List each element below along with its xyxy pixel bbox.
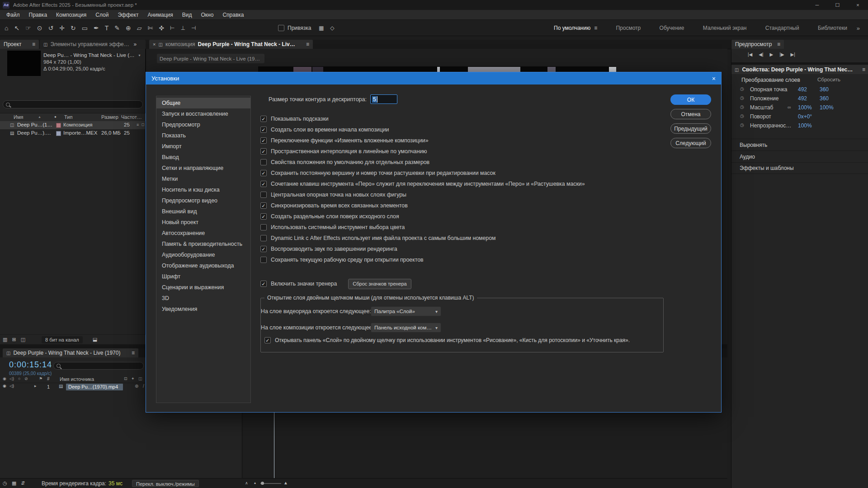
label-column-icon[interactable]: ⚑ bbox=[39, 376, 42, 381]
property-value-x[interactable]: 492 bbox=[798, 86, 807, 93]
sidebar-item-scripting-expressions[interactable]: Сценарии и выражения bbox=[156, 282, 250, 293]
pref-option-row[interactable]: ✓ Создать слои во времени начала компози… bbox=[260, 124, 585, 135]
snap-checkbox[interactable] bbox=[278, 25, 284, 31]
solo-column-icon[interactable]: ○ bbox=[18, 376, 20, 381]
paint-double-click-row[interactable]: ✓ Открывать панель «Слой» по двойному ще… bbox=[264, 337, 630, 343]
maximize-icon[interactable]: ☐ bbox=[827, 0, 848, 10]
stopwatch-icon[interactable]: ◷ bbox=[740, 113, 744, 118]
pref-option-row[interactable]: ✓ Переключение функции «Изменять вложенн… bbox=[260, 135, 585, 146]
close-icon[interactable]: × bbox=[848, 0, 868, 10]
workspace-small-screen[interactable]: Маленький экран bbox=[703, 25, 747, 31]
minimize-icon[interactable]: ─ bbox=[807, 0, 827, 10]
checkbox-icon[interactable] bbox=[260, 224, 267, 230]
property-value-y[interactable]: 360 bbox=[820, 86, 829, 93]
menu-help[interactable]: Справка bbox=[218, 12, 248, 18]
checkbox-icon[interactable]: ✓ bbox=[260, 246, 267, 252]
pen-tool-icon[interactable]: ✒ bbox=[94, 24, 99, 32]
layer-mode-icon[interactable]: / bbox=[143, 384, 144, 389]
rotation-tool-icon[interactable]: ↻ bbox=[71, 24, 76, 32]
sidebar-item-labels[interactable]: Метки bbox=[156, 174, 250, 184]
footage-layer-dropdown[interactable]: Палитра «Слой» ▾ bbox=[371, 306, 441, 316]
pref-option-row[interactable]: ✓ Пространственная интерполяция в линейн… bbox=[260, 146, 585, 157]
checkbox-icon[interactable]: ✓ bbox=[260, 213, 267, 220]
cache-icon[interactable]: ⇵ bbox=[21, 480, 25, 486]
checkbox-icon[interactable]: ✓ bbox=[260, 137, 267, 144]
sidebar-item-video-preview[interactable]: Предпросмотр видео bbox=[156, 195, 250, 206]
next-button[interactable]: Следующий bbox=[670, 138, 711, 148]
menu-edit[interactable]: Правка bbox=[24, 12, 52, 18]
pref-option-row[interactable]: ✓ Сочетание клавиш инструмента «Перо» сл… bbox=[260, 178, 585, 189]
row-box-icon[interactable]: ◻ bbox=[142, 122, 145, 127]
checkbox-icon[interactable]: ✓ bbox=[260, 127, 267, 133]
sidebar-item-previews[interactable]: Предпросмотр bbox=[156, 119, 250, 130]
section-audio[interactable]: Аудио bbox=[731, 150, 868, 162]
stopwatch-icon[interactable]: ◷ bbox=[740, 95, 744, 100]
layer-switch-icon[interactable]: ⊕ bbox=[135, 384, 138, 389]
menu-file[interactable]: Файл bbox=[2, 12, 24, 18]
pan-behind-tool-icon[interactable]: ✛ bbox=[59, 24, 65, 32]
workspace-overflow-icon[interactable]: » bbox=[857, 20, 860, 36]
new-folder-icon[interactable]: ⊞ bbox=[12, 337, 16, 343]
link-icon[interactable]: ∞ bbox=[788, 104, 791, 110]
checkbox-icon[interactable]: ✓ bbox=[260, 116, 267, 122]
clone-stamp-tool-icon[interactable]: ⊕ bbox=[126, 24, 131, 32]
tab-preview[interactable]: Предпросмотр ≡ bbox=[731, 40, 784, 49]
audio-icon[interactable]: ◁) bbox=[9, 384, 14, 388]
flags-column-icon[interactable]: ✦ bbox=[131, 376, 135, 381]
stopwatch-icon[interactable]: ◷ bbox=[740, 122, 744, 127]
menu-effect[interactable]: Эффект bbox=[113, 12, 143, 18]
property-value-y[interactable]: 360 bbox=[820, 95, 829, 102]
checkbox-icon[interactable] bbox=[260, 159, 267, 165]
eraser-tool-icon[interactable]: ▱ bbox=[137, 24, 142, 32]
path-point-size-input[interactable]: 5 bbox=[370, 94, 397, 104]
label-color-column-icon[interactable]: ● bbox=[54, 115, 57, 119]
panel-menu-icon[interactable]: ≡ bbox=[862, 66, 865, 73]
tab-close-icon[interactable]: × bbox=[153, 42, 156, 47]
pref-option-row[interactable]: ✓ Показывать подсказки bbox=[260, 113, 585, 124]
checkbox-icon[interactable]: ✓ bbox=[264, 337, 271, 343]
reset-button[interactable]: Сбросить bbox=[817, 77, 840, 82]
ok-button[interactable]: ОК bbox=[670, 94, 711, 105]
stopwatch-icon[interactable]: ◷ bbox=[740, 104, 744, 109]
workspace-default[interactable]: По умолчанию bbox=[554, 25, 590, 31]
label-swatch[interactable] bbox=[56, 131, 61, 136]
panel-menu-icon[interactable]: ≡ bbox=[32, 41, 35, 47]
sidebar-item-appearance[interactable]: Внешний вид bbox=[156, 206, 250, 217]
pref-option-row[interactable]: ✓ Синхронизировать время всех связанных … bbox=[260, 200, 585, 211]
source-name-column[interactable]: Имя источника bbox=[60, 376, 94, 382]
workspace-review[interactable]: Просмотр bbox=[616, 25, 641, 31]
align-left-icon[interactable]: ⊢ bbox=[170, 25, 175, 31]
lock-column-icon[interactable]: ⊘ bbox=[24, 376, 28, 381]
property-row-scale[interactable]: ◷ Масштаб ∞ 100% 100% bbox=[731, 103, 868, 112]
puppet-pin-tool-icon[interactable]: ✜ bbox=[159, 24, 164, 32]
sidebar-item-startup-repair[interactable]: Запуск и восстановление bbox=[156, 108, 250, 119]
sidebar-item-audio-output-mapping[interactable]: Отображение аудиовыхода bbox=[156, 260, 250, 271]
sidebar-item-import[interactable]: Импорт bbox=[156, 141, 250, 152]
home-icon[interactable]: ⌂ bbox=[5, 24, 8, 32]
shape-tool-icon[interactable]: ▭ bbox=[82, 24, 88, 32]
layer-name[interactable]: Deep Pu…(1970).mp4 bbox=[66, 384, 123, 390]
column-size[interactable]: Размер bbox=[101, 114, 118, 120]
pref-option-row[interactable]: Центральная опорная точка на новых слоях… bbox=[260, 189, 585, 200]
label-swatch[interactable] bbox=[56, 123, 61, 128]
property-value[interactable]: 0x+0° bbox=[798, 113, 812, 120]
checkbox-icon[interactable] bbox=[260, 192, 267, 198]
guide-snap-icon[interactable]: ◇ bbox=[330, 25, 334, 31]
roto-brush-tool-icon[interactable]: ✄ bbox=[147, 24, 153, 32]
composition-breadcrumb[interactable]: Deep Purple - Wring That Neck - Live (19… bbox=[157, 54, 264, 63]
checkbox-icon[interactable]: ✓ bbox=[260, 202, 267, 209]
tab-overflow-icon[interactable]: » bbox=[133, 41, 137, 47]
property-row-rotation[interactable]: ◷ Поворот 0x+0° bbox=[731, 112, 868, 121]
checkbox-icon[interactable]: ✓ bbox=[260, 181, 267, 187]
menu-animation[interactable]: Анимация bbox=[143, 12, 177, 18]
project-row-footage[interactable]: ▤ Deep Pu…).mp4 Importe…MEX 26,0 МБ 25 bbox=[0, 129, 145, 137]
first-frame-icon[interactable]: |◀ bbox=[748, 52, 752, 57]
render-clock-icon[interactable]: ◷ bbox=[3, 480, 7, 486]
reset-coach-marks-button[interactable]: Сброс значков тренера bbox=[348, 279, 411, 289]
sidebar-item-auto-save[interactable]: Автосохранение bbox=[156, 228, 250, 239]
menu-view[interactable]: Вид bbox=[178, 12, 197, 18]
current-time-display[interactable]: 0:00:15:14 bbox=[9, 360, 52, 370]
properties-panel-header[interactable]: ◫ Свойства: Deep Purple - Wring That Nec… bbox=[731, 65, 868, 74]
performance-icon[interactable]: ▦ bbox=[12, 480, 16, 486]
stopwatch-icon[interactable]: ◷ bbox=[740, 86, 744, 91]
